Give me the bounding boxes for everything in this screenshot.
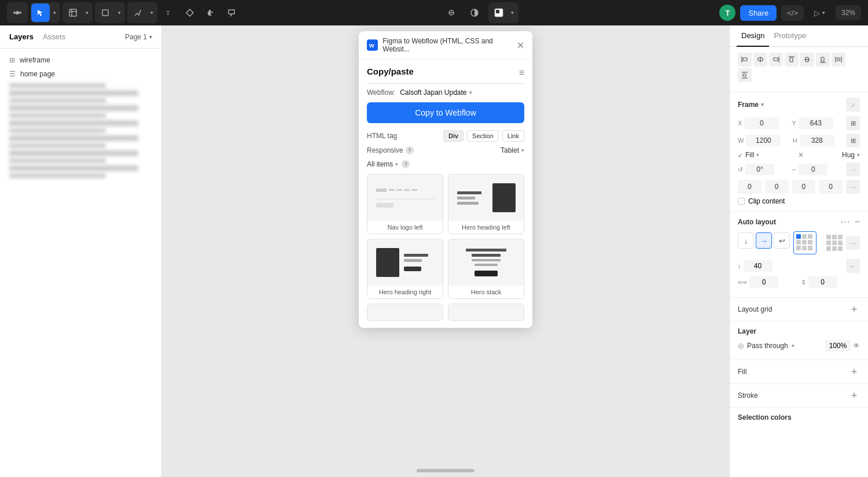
w-input[interactable] [746,135,781,146]
al-corner-radius-btn[interactable]: ⌐ [846,259,860,273]
blend-chevron-icon[interactable]: ▾ [792,343,795,349]
fill-chevron-icon[interactable]: ▾ [756,152,759,158]
al-padding-v-input[interactable] [808,276,837,288]
layer-item-wireframe[interactable]: ⊞ wireframe [0,53,161,67]
responsive-select[interactable]: Tablet ▾ [501,146,524,154]
hero-left-image [492,183,516,212]
select-tool[interactable] [31,3,50,22]
plugin-close-button[interactable]: ✕ [517,40,524,51]
code-button[interactable]: </> [781,5,804,21]
hand-tool[interactable] [201,3,220,22]
al-dir-right-btn[interactable]: → [756,232,772,249]
zoom-button[interactable]: 32% [836,5,861,20]
responsive-info-icon[interactable]: ? [406,146,414,154]
tab-prototype[interactable]: Prototype [769,25,811,47]
fill-color-chevron[interactable]: ▾ [508,3,517,22]
h-input[interactable] [800,135,834,146]
template-hero-stack[interactable]: Hero stack [448,239,524,299]
layout-grid-add-btn[interactable]: + [848,304,860,315]
tag-link[interactable]: Link [502,130,524,142]
xy-link-btn[interactable]: ⊞ [846,116,860,130]
template-hero-heading-right[interactable]: Hero heading right [367,239,443,299]
al-gap-input[interactable] [744,260,773,272]
frame-expand-btn[interactable]: ⤢ [846,98,860,112]
canvas-area[interactable]: W Figma to Webflow (HTML, CSS and Websit… [162,25,729,477]
align-center-h-btn[interactable] [753,53,767,66]
page-selector[interactable]: Page 1 ▾ [125,33,152,41]
blend-mode-selector[interactable]: Pass through [747,342,788,350]
layout-grid-row: Layout grid + [738,304,860,315]
webflow-project-selector[interactable]: Calsoft Japan Update ▾ [400,88,472,97]
canvas-scrollbar[interactable] [417,469,475,472]
avatar[interactable]: T [719,5,735,21]
al-align-grid[interactable] [826,235,843,251]
rotation-input[interactable] [745,164,774,175]
fill-add-btn[interactable]: + [848,366,860,378]
distribute-v-btn[interactable] [738,68,752,82]
hug-selector[interactable]: Hug [842,151,855,159]
tag-div[interactable]: Div [443,130,464,142]
x-input[interactable] [744,117,779,129]
distribute-h-btn[interactable] [832,53,845,66]
select-tool-chevron[interactable]: ▾ [50,3,59,22]
align-center-v-btn[interactable] [800,53,814,66]
frame-chevron-icon[interactable]: ▾ [761,102,764,108]
al-distribution-grid[interactable] [793,231,816,254]
tab-assets[interactable]: Assets [43,30,65,43]
corner-tl[interactable] [738,180,762,194]
pen-tool-chevron[interactable]: ▾ [147,3,156,22]
autolayout-remove-btn[interactable]: − [855,217,860,227]
y-input[interactable] [799,117,833,129]
wh-constraint-btn[interactable]: ⊞ [846,134,860,147]
tab-layers[interactable]: Layers [9,30,34,43]
al-dir-down-btn[interactable]: ↓ [738,232,754,249]
play-button[interactable]: ▷ ▾ [808,5,831,21]
template-hero-heading-left[interactable]: Hero heading left [448,174,524,234]
share-button[interactable]: Share [740,5,777,21]
frame-tool[interactable] [64,3,82,22]
all-items-button[interactable]: All items ▾ [367,160,398,168]
component-tool[interactable] [181,3,199,22]
comment-tool[interactable] [222,3,241,22]
corner-tr[interactable] [765,180,789,194]
shape-tool-chevron[interactable]: ▾ [115,3,124,22]
al-dot-6 [808,240,812,245]
tag-section[interactable]: Section [467,130,499,142]
frame-tool-chevron[interactable]: ▾ [82,3,91,22]
template-extra-2[interactable] [448,304,524,321]
align-right-btn[interactable] [769,53,783,66]
menu-btn[interactable] [8,3,27,22]
al-dir-wrap-btn[interactable]: ↩ [774,232,790,249]
shape-tool[interactable] [96,3,115,22]
pen-tool[interactable] [128,3,147,22]
contrast-btn[interactable] [465,3,484,22]
plugin-menu-icon[interactable]: ≡ [519,68,524,78]
more-options-btn[interactable]: ··· [846,162,860,176]
align-left-btn[interactable] [738,53,752,66]
copy-to-webflow-button[interactable]: Copy to Webflow [367,102,524,123]
al-gap-cell: ↕ [738,259,797,273]
fill-selector[interactable]: Fill [745,151,754,159]
corner-bl[interactable] [819,180,843,194]
al-padding-h-input[interactable] [749,276,778,288]
corner-br[interactable] [792,180,816,194]
al-more-btn[interactable]: ··· [846,236,860,250]
layer-opacity-input[interactable] [825,340,851,352]
stroke-add-btn[interactable]: + [848,390,860,401]
text-tool[interactable]: T [160,3,178,22]
visibility-icon[interactable]: 👁 [853,342,860,350]
template-extra-1[interactable] [367,304,443,321]
layer-item-homepage[interactable]: ☰ home page [0,67,161,81]
align-top-btn[interactable] [785,53,799,66]
corner-radius-input[interactable] [799,164,827,175]
clip-content-checkbox[interactable] [738,198,745,205]
fill-color-btn[interactable] [490,3,508,22]
tab-design[interactable]: Design [737,25,769,47]
template-nav-logo-left[interactable]: Nav logo left [367,174,443,234]
component-variants-btn[interactable] [442,3,461,22]
autolayout-more-btn[interactable]: ··· [841,217,851,227]
corners-more-btn[interactable]: ··· [846,180,860,194]
hug-chevron-icon[interactable]: ▾ [857,152,860,158]
all-items-info-icon[interactable]: ? [402,160,410,168]
align-bottom-btn[interactable] [816,53,830,66]
